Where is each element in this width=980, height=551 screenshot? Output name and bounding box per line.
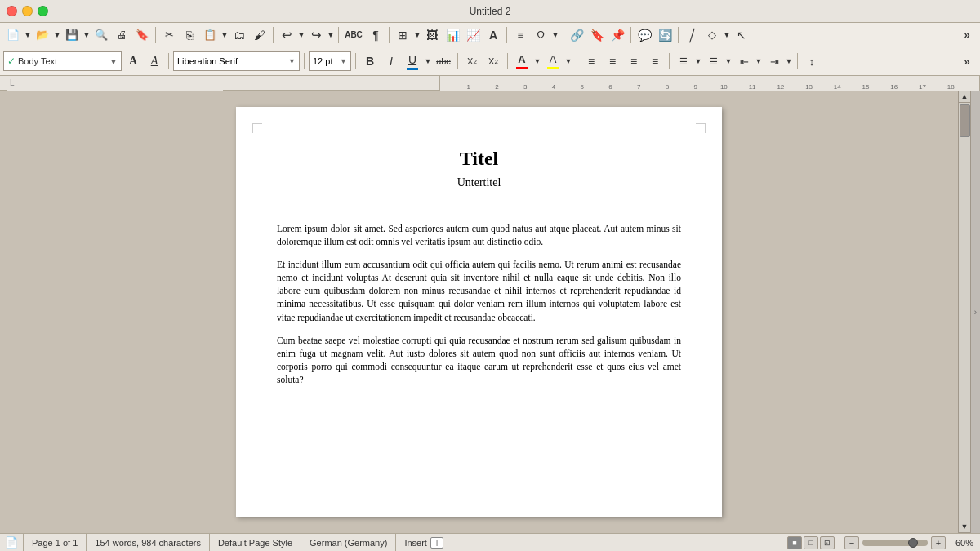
new-arrow[interactable]: ▼ <box>24 25 32 45</box>
italic-style-a-button[interactable]: A <box>145 51 164 71</box>
sidebar-collapse-button[interactable]: › <box>970 91 980 533</box>
insert-image-button[interactable]: 🖼 <box>422 25 442 45</box>
print-button[interactable]: 🖨 <box>112 25 131 45</box>
paragraph-3[interactable]: Cum beatae saepe vel molestiae corrupti … <box>277 334 681 386</box>
align-center-button[interactable]: ≡ <box>603 51 622 71</box>
insert-chart-button[interactable]: 📊 <box>443 25 462 45</box>
toggle-sidebar-button[interactable]: 🔖 <box>132 25 152 45</box>
insert-table-button[interactable]: ⊞ <box>393 25 412 45</box>
save-button[interactable]: 💾 <box>62 25 82 45</box>
align-right-button[interactable]: ≡ <box>624 51 644 71</box>
paragraph-2[interactable]: Et incidunt illum eum accusantium odit q… <box>277 258 681 323</box>
clone-button[interactable]: 🗂 <box>229 25 249 45</box>
indent-increase-arrow[interactable]: ▼ <box>785 51 793 71</box>
paragraph-1[interactable]: Lorem ipsum dolor sit amet. Sed asperior… <box>277 222 681 248</box>
style-selector[interactable]: ✓ Body Text ▼ Body Text Heading 1 Headin… <box>3 51 122 71</box>
align-left-button[interactable]: ≡ <box>581 51 601 71</box>
bookmark-button[interactable]: 🔖 <box>587 25 607 45</box>
ordered-list-arrow[interactable]: ▼ <box>724 51 733 71</box>
view-normal-button[interactable]: ■ <box>787 536 802 549</box>
language-item[interactable]: German (Germany) <box>301 534 396 551</box>
open-button[interactable]: 📂 <box>33 25 52 45</box>
unordered-list-arrow[interactable]: ▼ <box>694 51 702 71</box>
paragraph-spacing-button[interactable]: ↕ <box>802 51 822 71</box>
paint-button[interactable]: 🖌 <box>250 25 270 45</box>
hyperlink-button[interactable]: 🔗 <box>567 25 586 45</box>
superscript-button[interactable]: X2 <box>462 51 482 71</box>
vertical-scrollbar[interactable]: ▲ ▼ <box>958 91 970 533</box>
zoom-out-button[interactable]: − <box>844 536 859 549</box>
insert-barchart-button[interactable]: 📈 <box>463 25 483 45</box>
highlight-button[interactable]: A <box>543 51 563 71</box>
spellcheck-button[interactable]: ABC <box>342 25 365 45</box>
unordered-list-button[interactable]: ☰ <box>674 51 693 71</box>
font-color-button[interactable]: A <box>512 51 532 71</box>
annotation-button[interactable]: 💬 <box>635 25 654 45</box>
bold-button[interactable]: B <box>360 51 380 71</box>
shapes-arrow[interactable]: ▼ <box>723 25 731 45</box>
maximize-button[interactable] <box>38 6 48 16</box>
font-size-selector[interactable]: 12 pt ▼ <box>309 51 351 71</box>
underline-arrow[interactable]: ▼ <box>424 51 432 71</box>
copy-button[interactable]: ⎘ <box>180 25 199 45</box>
page-style-item[interactable]: Default Page Style <box>210 534 301 551</box>
italic-button[interactable]: I <box>381 51 401 71</box>
redo-arrow[interactable]: ▼ <box>327 25 335 45</box>
special-chars-arrow[interactable]: ▼ <box>551 25 559 45</box>
zoom-slider[interactable] <box>862 540 928 546</box>
paste-button[interactable]: 📋 <box>200 25 220 45</box>
zoom-controls[interactable]: − + 60% <box>838 536 980 549</box>
minimize-button[interactable] <box>22 6 33 16</box>
select-tool[interactable]: ↖ <box>732 25 751 45</box>
save-arrow[interactable]: ▼ <box>82 25 91 45</box>
indent-increase-button[interactable]: ⇥ <box>764 51 784 71</box>
indent-decrease-button[interactable]: ⇤ <box>734 51 754 71</box>
highlight-arrow[interactable]: ▼ <box>564 51 572 71</box>
scroll-up-button[interactable]: ▲ <box>959 91 971 103</box>
document-body[interactable]: Lorem ipsum dolor sit amet. Sed asperior… <box>277 222 681 386</box>
ordered-list-button[interactable]: ☰ <box>704 51 724 71</box>
document-page[interactable]: Titel Untertitel Lorem ipsum dolor sit a… <box>236 107 722 517</box>
zoom-slider-thumb[interactable] <box>908 538 918 548</box>
view-book-button[interactable]: ⊡ <box>820 536 835 549</box>
table-arrow[interactable]: ▼ <box>413 25 421 45</box>
paste-arrow[interactable]: ▼ <box>220 25 229 45</box>
more-button[interactable]: » <box>957 25 977 45</box>
font-name-selector[interactable]: Liberation Serif ▼ <box>173 51 300 71</box>
fields-button[interactable]: ≡ <box>510 25 530 45</box>
redo-button[interactable]: ↪ <box>306 25 326 45</box>
special-chars-button[interactable]: Ω <box>531 25 550 45</box>
document-title[interactable]: Titel <box>277 148 681 170</box>
document-subtitle[interactable]: Untertitel <box>277 176 681 189</box>
line-tool[interactable]: ╲ <box>678 21 706 49</box>
pdf-icon-item[interactable]: 📄 <box>0 534 24 551</box>
indent-decrease-arrow[interactable]: ▼ <box>755 51 763 71</box>
undo-button[interactable]: ↩ <box>277 25 296 45</box>
scrollbar-track[interactable] <box>959 103 971 521</box>
document-canvas[interactable]: Titel Untertitel Lorem ipsum dolor sit a… <box>0 91 958 533</box>
view-mode-buttons[interactable]: ■ □ ⊡ <box>784 536 838 549</box>
scrollbar-thumb[interactable] <box>960 104 970 137</box>
fontwork-button[interactable]: A <box>483 25 503 45</box>
scroll-down-button[interactable]: ▼ <box>959 521 971 533</box>
print-preview-button[interactable]: 🔍 <box>91 25 111 45</box>
zoom-in-button[interactable]: + <box>931 536 946 549</box>
format-marks-button[interactable]: ¶ <box>366 25 385 45</box>
align-justify-button[interactable]: ≡ <box>645 51 665 71</box>
subscript-button[interactable]: X2 <box>483 51 503 71</box>
cut-button[interactable]: ✂ <box>159 25 179 45</box>
undo-arrow[interactable]: ▼ <box>297 25 305 45</box>
track-changes-button[interactable]: 🔄 <box>655 25 675 45</box>
new-button[interactable]: 📄 <box>3 25 23 45</box>
open-arrow[interactable]: ▼ <box>53 25 61 45</box>
cross-ref-button[interactable]: 📌 <box>608 25 627 45</box>
font-color-arrow[interactable]: ▼ <box>533 51 541 71</box>
view-page-button[interactable]: □ <box>804 536 818 549</box>
underline-button[interactable]: U <box>403 51 422 71</box>
insert-mode-item[interactable]: Insert | <box>396 534 452 551</box>
strikethrough-button[interactable]: abc <box>434 51 453 71</box>
more-formatting-button[interactable]: » <box>957 51 977 71</box>
bold-style-a-button[interactable]: A <box>123 51 143 71</box>
window-controls[interactable] <box>7 6 48 16</box>
close-button[interactable] <box>7 6 17 16</box>
